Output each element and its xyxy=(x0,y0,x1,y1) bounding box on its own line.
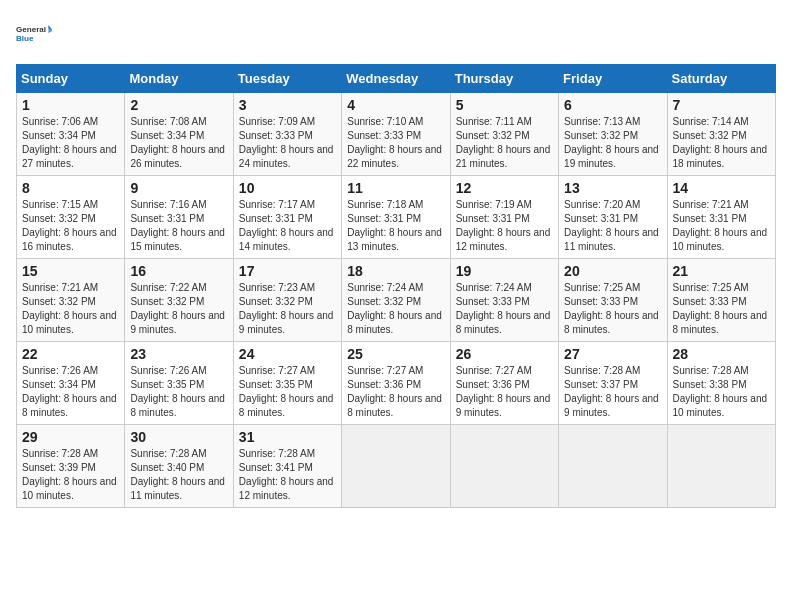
calendar-cell: 28Sunrise: 7:28 AMSunset: 3:38 PMDayligh… xyxy=(667,342,775,425)
day-info: Sunrise: 7:28 AMSunset: 3:38 PMDaylight:… xyxy=(673,364,770,420)
calendar-cell xyxy=(667,425,775,508)
calendar-cell: 24Sunrise: 7:27 AMSunset: 3:35 PMDayligh… xyxy=(233,342,341,425)
calendar-week-1: 1Sunrise: 7:06 AMSunset: 3:34 PMDaylight… xyxy=(17,93,776,176)
calendar-cell: 7Sunrise: 7:14 AMSunset: 3:32 PMDaylight… xyxy=(667,93,775,176)
day-number: 3 xyxy=(239,97,336,113)
calendar-header: SundayMondayTuesdayWednesdayThursdayFrid… xyxy=(17,65,776,93)
calendar-cell: 9Sunrise: 7:16 AMSunset: 3:31 PMDaylight… xyxy=(125,176,233,259)
calendar-cell: 13Sunrise: 7:20 AMSunset: 3:31 PMDayligh… xyxy=(559,176,667,259)
weekday-header-tuesday: Tuesday xyxy=(233,65,341,93)
svg-text:Blue: Blue xyxy=(16,34,34,43)
day-number: 13 xyxy=(564,180,661,196)
day-info: Sunrise: 7:15 AMSunset: 3:32 PMDaylight:… xyxy=(22,198,119,254)
calendar-cell: 20Sunrise: 7:25 AMSunset: 3:33 PMDayligh… xyxy=(559,259,667,342)
day-number: 14 xyxy=(673,180,770,196)
day-info: Sunrise: 7:21 AMSunset: 3:31 PMDaylight:… xyxy=(673,198,770,254)
calendar-cell xyxy=(450,425,558,508)
weekday-header-saturday: Saturday xyxy=(667,65,775,93)
day-info: Sunrise: 7:28 AMSunset: 3:39 PMDaylight:… xyxy=(22,447,119,503)
calendar-cell: 22Sunrise: 7:26 AMSunset: 3:34 PMDayligh… xyxy=(17,342,125,425)
day-number: 28 xyxy=(673,346,770,362)
day-info: Sunrise: 7:06 AMSunset: 3:34 PMDaylight:… xyxy=(22,115,119,171)
day-number: 25 xyxy=(347,346,444,362)
calendar-week-5: 29Sunrise: 7:28 AMSunset: 3:39 PMDayligh… xyxy=(17,425,776,508)
day-number: 22 xyxy=(22,346,119,362)
calendar-cell: 25Sunrise: 7:27 AMSunset: 3:36 PMDayligh… xyxy=(342,342,450,425)
day-info: Sunrise: 7:27 AMSunset: 3:35 PMDaylight:… xyxy=(239,364,336,420)
calendar-cell: 26Sunrise: 7:27 AMSunset: 3:36 PMDayligh… xyxy=(450,342,558,425)
calendar-cell: 23Sunrise: 7:26 AMSunset: 3:35 PMDayligh… xyxy=(125,342,233,425)
day-number: 4 xyxy=(347,97,444,113)
weekday-row: SundayMondayTuesdayWednesdayThursdayFrid… xyxy=(17,65,776,93)
calendar-cell: 19Sunrise: 7:24 AMSunset: 3:33 PMDayligh… xyxy=(450,259,558,342)
calendar-body: 1Sunrise: 7:06 AMSunset: 3:34 PMDaylight… xyxy=(17,93,776,508)
calendar-cell: 30Sunrise: 7:28 AMSunset: 3:40 PMDayligh… xyxy=(125,425,233,508)
day-info: Sunrise: 7:08 AMSunset: 3:34 PMDaylight:… xyxy=(130,115,227,171)
day-info: Sunrise: 7:28 AMSunset: 3:41 PMDaylight:… xyxy=(239,447,336,503)
day-info: Sunrise: 7:16 AMSunset: 3:31 PMDaylight:… xyxy=(130,198,227,254)
day-info: Sunrise: 7:25 AMSunset: 3:33 PMDaylight:… xyxy=(564,281,661,337)
day-number: 2 xyxy=(130,97,227,113)
day-number: 10 xyxy=(239,180,336,196)
calendar-cell: 29Sunrise: 7:28 AMSunset: 3:39 PMDayligh… xyxy=(17,425,125,508)
day-number: 18 xyxy=(347,263,444,279)
day-number: 17 xyxy=(239,263,336,279)
calendar-table: SundayMondayTuesdayWednesdayThursdayFrid… xyxy=(16,64,776,508)
day-number: 15 xyxy=(22,263,119,279)
day-info: Sunrise: 7:11 AMSunset: 3:32 PMDaylight:… xyxy=(456,115,553,171)
day-info: Sunrise: 7:14 AMSunset: 3:32 PMDaylight:… xyxy=(673,115,770,171)
day-number: 27 xyxy=(564,346,661,362)
day-number: 31 xyxy=(239,429,336,445)
day-info: Sunrise: 7:20 AMSunset: 3:31 PMDaylight:… xyxy=(564,198,661,254)
day-number: 7 xyxy=(673,97,770,113)
day-number: 9 xyxy=(130,180,227,196)
day-number: 6 xyxy=(564,97,661,113)
day-info: Sunrise: 7:27 AMSunset: 3:36 PMDaylight:… xyxy=(347,364,444,420)
day-info: Sunrise: 7:28 AMSunset: 3:37 PMDaylight:… xyxy=(564,364,661,420)
day-info: Sunrise: 7:23 AMSunset: 3:32 PMDaylight:… xyxy=(239,281,336,337)
weekday-header-monday: Monday xyxy=(125,65,233,93)
calendar-cell: 3Sunrise: 7:09 AMSunset: 3:33 PMDaylight… xyxy=(233,93,341,176)
calendar-cell: 4Sunrise: 7:10 AMSunset: 3:33 PMDaylight… xyxy=(342,93,450,176)
day-info: Sunrise: 7:21 AMSunset: 3:32 PMDaylight:… xyxy=(22,281,119,337)
day-number: 5 xyxy=(456,97,553,113)
calendar-week-3: 15Sunrise: 7:21 AMSunset: 3:32 PMDayligh… xyxy=(17,259,776,342)
calendar-cell: 18Sunrise: 7:24 AMSunset: 3:32 PMDayligh… xyxy=(342,259,450,342)
calendar-cell xyxy=(559,425,667,508)
logo-svg: General Blue xyxy=(16,16,52,52)
day-number: 19 xyxy=(456,263,553,279)
calendar-cell: 14Sunrise: 7:21 AMSunset: 3:31 PMDayligh… xyxy=(667,176,775,259)
calendar-cell: 11Sunrise: 7:18 AMSunset: 3:31 PMDayligh… xyxy=(342,176,450,259)
weekday-header-friday: Friday xyxy=(559,65,667,93)
day-info: Sunrise: 7:17 AMSunset: 3:31 PMDaylight:… xyxy=(239,198,336,254)
calendar-cell: 2Sunrise: 7:08 AMSunset: 3:34 PMDaylight… xyxy=(125,93,233,176)
day-number: 26 xyxy=(456,346,553,362)
calendar-cell: 10Sunrise: 7:17 AMSunset: 3:31 PMDayligh… xyxy=(233,176,341,259)
day-number: 24 xyxy=(239,346,336,362)
calendar-cell: 31Sunrise: 7:28 AMSunset: 3:41 PMDayligh… xyxy=(233,425,341,508)
header: General Blue xyxy=(16,16,776,52)
day-info: Sunrise: 7:25 AMSunset: 3:33 PMDaylight:… xyxy=(673,281,770,337)
day-info: Sunrise: 7:13 AMSunset: 3:32 PMDaylight:… xyxy=(564,115,661,171)
calendar-cell: 17Sunrise: 7:23 AMSunset: 3:32 PMDayligh… xyxy=(233,259,341,342)
day-number: 20 xyxy=(564,263,661,279)
calendar-cell: 27Sunrise: 7:28 AMSunset: 3:37 PMDayligh… xyxy=(559,342,667,425)
day-number: 29 xyxy=(22,429,119,445)
day-number: 12 xyxy=(456,180,553,196)
calendar-cell: 5Sunrise: 7:11 AMSunset: 3:32 PMDaylight… xyxy=(450,93,558,176)
day-info: Sunrise: 7:26 AMSunset: 3:34 PMDaylight:… xyxy=(22,364,119,420)
calendar-cell: 15Sunrise: 7:21 AMSunset: 3:32 PMDayligh… xyxy=(17,259,125,342)
weekday-header-thursday: Thursday xyxy=(450,65,558,93)
day-info: Sunrise: 7:26 AMSunset: 3:35 PMDaylight:… xyxy=(130,364,227,420)
day-number: 16 xyxy=(130,263,227,279)
day-number: 11 xyxy=(347,180,444,196)
day-number: 1 xyxy=(22,97,119,113)
calendar-cell: 12Sunrise: 7:19 AMSunset: 3:31 PMDayligh… xyxy=(450,176,558,259)
day-info: Sunrise: 7:22 AMSunset: 3:32 PMDaylight:… xyxy=(130,281,227,337)
day-info: Sunrise: 7:19 AMSunset: 3:31 PMDaylight:… xyxy=(456,198,553,254)
day-info: Sunrise: 7:24 AMSunset: 3:32 PMDaylight:… xyxy=(347,281,444,337)
weekday-header-wednesday: Wednesday xyxy=(342,65,450,93)
day-info: Sunrise: 7:27 AMSunset: 3:36 PMDaylight:… xyxy=(456,364,553,420)
calendar-week-4: 22Sunrise: 7:26 AMSunset: 3:34 PMDayligh… xyxy=(17,342,776,425)
day-number: 23 xyxy=(130,346,227,362)
